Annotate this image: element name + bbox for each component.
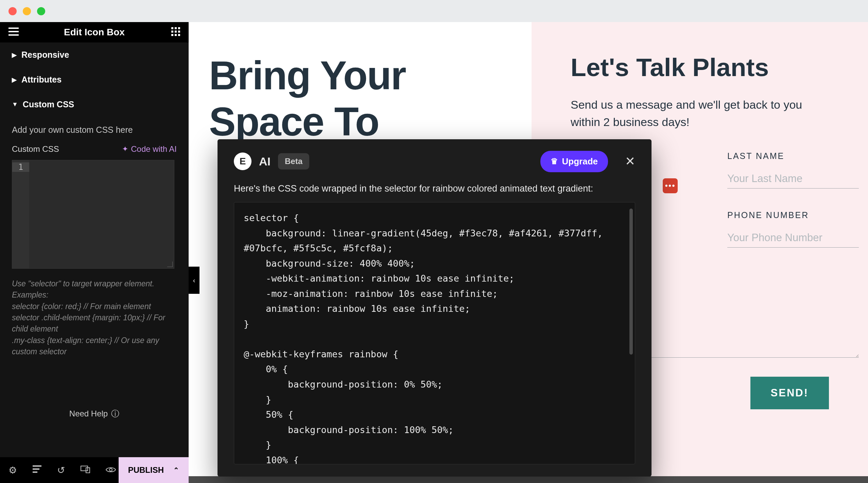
upgrade-button[interactable]: ♛ Upgrade bbox=[540, 151, 608, 172]
sidebar-header: Edit Icon Box bbox=[0, 22, 189, 42]
editor-gutter: 1 bbox=[12, 160, 29, 268]
line-number: 1 bbox=[12, 162, 29, 172]
field-label: LAST NAME bbox=[727, 151, 859, 161]
accordion-label: Responsive bbox=[21, 50, 69, 60]
maximize-window-button[interactable] bbox=[37, 7, 45, 15]
caret-right-icon: ▶ bbox=[12, 51, 17, 59]
sparkle-icon: ✦ bbox=[122, 145, 128, 154]
svg-rect-11 bbox=[178, 34, 180, 36]
contact-title: Let's Talk Plants bbox=[571, 53, 829, 82]
collapse-sidebar-button[interactable]: ‹ bbox=[189, 267, 199, 294]
svg-rect-15 bbox=[81, 466, 88, 471]
svg-rect-0 bbox=[8, 28, 19, 29]
upgrade-label: Upgrade bbox=[562, 156, 598, 167]
menu-icon[interactable] bbox=[8, 28, 19, 37]
svg-rect-14 bbox=[33, 471, 37, 473]
svg-rect-3 bbox=[171, 27, 173, 29]
ai-modal-header: E AI Beta ♛ Upgrade ✕ bbox=[218, 139, 652, 183]
ai-modal-title: AI bbox=[259, 155, 271, 168]
svg-rect-9 bbox=[171, 34, 173, 36]
accordion-label: Custom CSS bbox=[23, 100, 74, 109]
horizontal-scrollbar[interactable] bbox=[189, 476, 868, 483]
code-with-ai-button[interactable]: ✦ Code with AI bbox=[122, 144, 177, 154]
svg-rect-8 bbox=[178, 31, 180, 33]
css-field-label: Custom CSS bbox=[12, 144, 59, 154]
publish-button[interactable]: PUBLISH ⌃ bbox=[119, 457, 189, 483]
accordion-custom-css[interactable]: ▼ Custom CSS bbox=[0, 92, 189, 117]
editor-textarea[interactable] bbox=[29, 160, 174, 268]
resize-handle-icon[interactable] bbox=[167, 262, 173, 267]
editor-sidebar: Edit Icon Box ▶ Responsive ▶ Attributes … bbox=[0, 22, 189, 483]
chevron-up-icon: ⌃ bbox=[173, 466, 179, 474]
svg-rect-10 bbox=[175, 34, 177, 36]
ai-code-content: selector { background: linear-gradient(4… bbox=[244, 211, 625, 464]
code-with-ai-label: Code with AI bbox=[131, 144, 177, 154]
svg-rect-13 bbox=[33, 468, 39, 470]
caret-right-icon: ▶ bbox=[12, 76, 17, 84]
close-window-button[interactable] bbox=[8, 7, 17, 15]
close-icon[interactable]: ✕ bbox=[625, 154, 635, 168]
minimize-window-button[interactable] bbox=[23, 7, 31, 15]
window-chrome bbox=[0, 0, 868, 22]
last-name-input[interactable] bbox=[727, 169, 859, 189]
svg-rect-4 bbox=[175, 27, 177, 29]
help-circle-icon: ⓘ bbox=[111, 408, 119, 419]
settings-icon[interactable]: ⚙ bbox=[8, 465, 17, 476]
svg-rect-5 bbox=[178, 27, 180, 29]
css-help-text: Use "selector" to target wrapper element… bbox=[12, 278, 177, 357]
accordion-attributes[interactable]: ▶ Attributes bbox=[0, 67, 189, 92]
navigator-icon[interactable] bbox=[33, 465, 41, 476]
responsive-mode-icon[interactable] bbox=[81, 465, 90, 476]
ai-response-text: Here's the CSS code wrapped in the selec… bbox=[234, 183, 635, 194]
svg-rect-1 bbox=[8, 31, 19, 32]
need-help-link[interactable]: Need Help ⓘ bbox=[12, 408, 177, 419]
crown-icon: ♛ bbox=[551, 157, 558, 166]
field-phone: PHONE NUMBER bbox=[727, 210, 859, 248]
send-button[interactable]: SEND! bbox=[750, 377, 829, 409]
svg-point-17 bbox=[109, 468, 112, 471]
field-label: PHONE NUMBER bbox=[727, 210, 859, 220]
caret-down-icon: ▼ bbox=[12, 101, 18, 108]
svg-rect-12 bbox=[33, 465, 41, 467]
contact-intro: Send us a message and we'll get back to … bbox=[571, 96, 829, 131]
ai-code-block[interactable]: selector { background: linear-gradient(4… bbox=[234, 202, 635, 464]
hero-heading: Bring Your Space To bbox=[209, 53, 532, 145]
chevron-left-icon: ‹ bbox=[193, 276, 195, 284]
publish-label: PUBLISH bbox=[128, 465, 164, 475]
elementor-logo-icon: E bbox=[234, 153, 251, 170]
ai-modal: E AI Beta ♛ Upgrade ✕ Here's the CSS cod… bbox=[218, 139, 652, 477]
sidebar-title: Edit Icon Box bbox=[0, 27, 189, 38]
phone-input[interactable] bbox=[727, 228, 859, 248]
css-editor[interactable]: 1 bbox=[12, 160, 174, 269]
beta-badge: Beta bbox=[278, 153, 309, 169]
custom-css-panel: Add your own custom CSS here Custom CSS … bbox=[0, 117, 189, 427]
history-icon[interactable]: ↺ bbox=[57, 465, 65, 476]
widgets-icon[interactable] bbox=[171, 27, 180, 37]
sidebar-footer: ⚙ ↺ PUBLISH ⌃ bbox=[0, 457, 189, 483]
svg-rect-6 bbox=[171, 31, 173, 33]
field-last-name: LAST NAME bbox=[727, 151, 859, 189]
preview-icon[interactable] bbox=[106, 465, 116, 476]
accordion-responsive[interactable]: ▶ Responsive bbox=[0, 42, 189, 67]
accordion-label: Attributes bbox=[21, 75, 62, 85]
extension-badge[interactable]: ••• bbox=[663, 178, 678, 193]
scrollbar-thumb[interactable] bbox=[629, 209, 633, 355]
css-hint: Add your own custom CSS here bbox=[12, 125, 177, 135]
svg-rect-2 bbox=[8, 34, 19, 36]
svg-rect-7 bbox=[175, 31, 177, 33]
